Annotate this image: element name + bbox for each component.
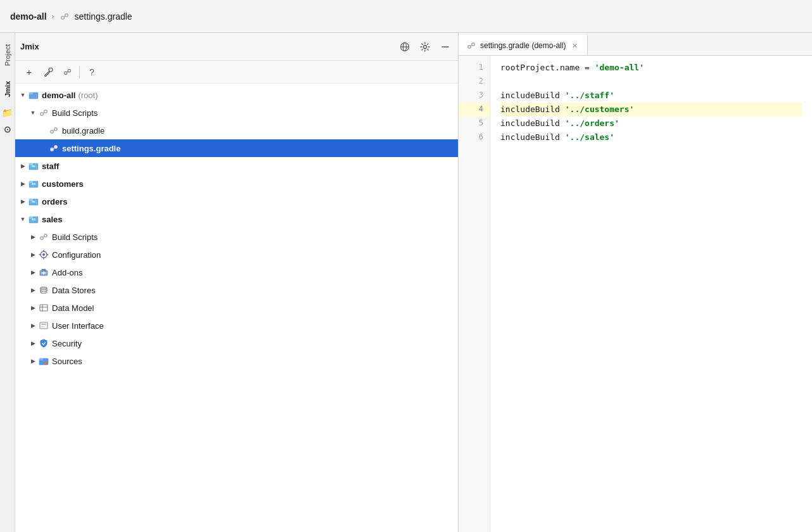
svg-point-13 <box>65 72 67 74</box>
code-string-6: '../sales' <box>565 131 614 144</box>
label-sales-security: Security <box>52 339 82 348</box>
svg-point-26 <box>55 129 57 130</box>
tree-item-orders[interactable]: orders <box>15 193 458 210</box>
gradle-btn[interactable] <box>58 64 76 80</box>
sidebar-title: Jmix <box>20 42 392 51</box>
arrow-sales-build-scripts <box>28 232 38 242</box>
tree-item-sales-datamodel[interactable]: Data Model <box>15 299 458 317</box>
tree-item-build-gradle[interactable]: build.gradle <box>15 122 458 139</box>
code-string-5: '../orders' <box>565 117 619 130</box>
circle-icon[interactable]: ⊙ <box>1 122 15 136</box>
code-line-1: rootProject.name = 'demo-all' <box>500 61 802 75</box>
label-sales-ui: User Interface <box>52 321 104 331</box>
code-string-1: 'demo-all' <box>595 61 644 75</box>
svg-rect-37 <box>32 183 35 185</box>
arrow-sales-datastores <box>28 285 38 295</box>
settings-icon-btn[interactable] <box>417 39 433 54</box>
line-num-4: 4 <box>459 103 490 117</box>
svg-rect-42 <box>29 217 33 218</box>
svg-rect-63 <box>40 322 48 329</box>
jmix-tab[interactable]: Jmix <box>1 75 14 103</box>
tree-item-sales-security[interactable]: Security <box>15 334 458 352</box>
icon-sales <box>28 213 39 225</box>
tree-item-customers[interactable]: customers <box>15 175 458 193</box>
add-btn[interactable]: + <box>20 64 38 80</box>
svg-rect-65 <box>41 326 44 327</box>
label-build-gradle: build.gradle <box>62 126 105 136</box>
svg-rect-56 <box>42 269 46 271</box>
tree-view[interactable]: demo-all (root) Build Scripts <box>15 84 458 532</box>
label-sales-addons: Add-ons <box>52 268 82 277</box>
label-build-scripts-root: Build Scripts <box>52 108 98 118</box>
label-customers: customers <box>42 179 84 189</box>
icon-sales-ui <box>38 320 49 331</box>
svg-point-25 <box>51 131 53 133</box>
code-plain-3: includeBuild <box>500 89 565 103</box>
editor-tabs: settings.gradle (demo-all) ✕ <box>459 33 812 56</box>
tab-gradle-icon <box>466 41 476 51</box>
tree-item-build-scripts-root[interactable]: Build Scripts <box>15 104 458 122</box>
tree-item-settings-gradle[interactable]: settings.gradle <box>15 139 458 157</box>
tab-label: settings.gradle (demo-all) <box>480 41 566 50</box>
tree-item-staff[interactable]: staff <box>15 157 458 175</box>
label-staff: staff <box>42 162 59 171</box>
icon-orders <box>28 196 39 207</box>
tree-item-sales-sources[interactable]: Sources <box>15 352 458 370</box>
code-string-3: '../staff' <box>565 89 614 103</box>
code-plain-1: rootProject.name = <box>500 61 595 75</box>
tree-item-sales-ui[interactable]: User Interface <box>15 317 458 334</box>
editor-tab-settings-gradle[interactable]: settings.gradle (demo-all) ✕ <box>459 35 588 55</box>
svg-rect-16 <box>29 92 33 94</box>
code-area[interactable]: rootProject.name = 'demo-all' includeBui… <box>490 56 812 532</box>
tree-item-sales-addons[interactable]: Add-ons <box>15 263 458 281</box>
folder-icon[interactable]: 📁 <box>1 106 15 120</box>
title-bar: demo-all › settings.gradle <box>0 0 812 33</box>
tree-item-demo-all[interactable]: demo-all (root) <box>15 86 458 104</box>
wrench-btn[interactable] <box>39 64 57 80</box>
svg-point-4 <box>65 14 67 16</box>
icon-customers <box>28 178 39 189</box>
svg-rect-36 <box>29 181 33 183</box>
svg-point-59 <box>41 287 47 289</box>
project-tab[interactable]: Project <box>1 38 14 72</box>
svg-rect-34 <box>32 165 35 167</box>
icon-sales-configuration <box>38 249 49 260</box>
sidebar-header: Jmix <box>15 33 458 61</box>
minimize-icon-btn[interactable] <box>438 39 453 54</box>
code-line-4: includeBuild '../customers' <box>500 103 802 117</box>
code-line-2 <box>500 75 802 89</box>
icon-sales-datamodel <box>38 302 49 314</box>
line-num-1: 1 <box>459 61 490 75</box>
tree-item-sales-build-scripts[interactable]: Build Scripts <box>15 228 458 246</box>
file-name: settings.gradle <box>75 11 132 22</box>
svg-point-68 <box>44 362 47 364</box>
label-sales-datastores: Data Stores <box>52 286 96 295</box>
svg-point-8 <box>424 45 427 48</box>
left-panel-tabs: Project Jmix 📁 ⊙ <box>0 33 15 532</box>
suffix-demo-all: (root) <box>78 91 98 100</box>
arrow-demo-all <box>18 90 28 100</box>
svg-rect-33 <box>29 163 33 165</box>
arrow-orders <box>18 196 28 206</box>
icon-sales-build-scripts <box>38 231 49 243</box>
tree-item-sales-configuration[interactable]: Configuration <box>15 246 458 263</box>
label-sales-datamodel: Data Model <box>52 303 94 313</box>
question-btn[interactable]: ? <box>83 64 101 80</box>
title-gradle-icon <box>60 11 70 22</box>
tab-close-btn[interactable]: ✕ <box>569 41 580 51</box>
svg-point-21 <box>45 111 47 113</box>
arrow-sales-security <box>28 338 38 348</box>
svg-rect-60 <box>40 305 48 311</box>
arrow-sales-datamodel <box>28 303 38 313</box>
tree-item-sales[interactable]: sales <box>15 210 458 228</box>
tree-item-sales-datastores[interactable]: Data Stores <box>15 281 458 299</box>
globe-icon-btn[interactable] <box>397 39 412 54</box>
label-sales-build-scripts: Build Scripts <box>52 232 98 242</box>
svg-rect-43 <box>32 218 35 220</box>
svg-point-31 <box>55 146 57 148</box>
icon-staff <box>28 160 39 172</box>
line-num-3: 3 <box>459 89 490 103</box>
line-numbers: 1 2 3 4 5 6 <box>459 56 490 532</box>
sidebar-toolbar: + ? <box>15 61 458 84</box>
icon-sales-sources <box>38 355 49 367</box>
